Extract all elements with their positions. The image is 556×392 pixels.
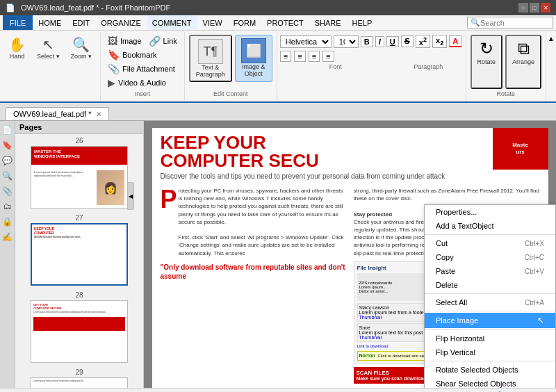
menu-share[interactable]: SHARE bbox=[309, 15, 347, 30]
size-select[interactable]: 10 bbox=[334, 35, 359, 48]
menu-help[interactable]: HELP bbox=[347, 15, 378, 30]
image-object-button[interactable]: ⬜ Image &Object bbox=[235, 35, 272, 82]
bold-button[interactable]: B bbox=[361, 36, 373, 47]
close-button[interactable]: ✕ bbox=[541, 3, 550, 13]
ctx-select-all-shortcut: Ctrl+A bbox=[525, 299, 544, 307]
ribbon-group-label-rotate: Rotate bbox=[471, 89, 542, 97]
title-bar-controls[interactable]: ─ □ ✕ bbox=[518, 3, 550, 13]
page-thumb-28[interactable]: 28 GET YOURCOMPUTER SECURE Lorem ipsum d… bbox=[18, 291, 140, 363]
link-label: Link bbox=[163, 37, 177, 45]
page-thumb-27[interactable]: 27 KEEP YOURCOMPUTER SECURE Discover the… bbox=[18, 214, 140, 286]
tab-close-button[interactable]: ✕ bbox=[96, 111, 101, 118]
ctx-delete[interactable]: Delete bbox=[425, 278, 555, 292]
select-tool-button[interactable]: ↖ Select ▾ bbox=[33, 35, 64, 63]
file-attachment-button[interactable]: 📎 File Attachment bbox=[105, 63, 178, 75]
ribbon-group-label-edit: Edit Content bbox=[213, 89, 248, 97]
menu-form[interactable]: FORM bbox=[228, 15, 261, 30]
search-panel-icon[interactable]: 🔍 bbox=[1, 170, 14, 182]
subtitle-text: Discover the tools and tips you need to … bbox=[161, 172, 484, 180]
ctx-select-all[interactable]: Select All Ctrl+A bbox=[425, 295, 555, 309]
ctx-add-textobject[interactable]: Add a TextObject bbox=[425, 219, 555, 233]
link-label1[interactable]: Link to download bbox=[357, 344, 389, 348]
page-preview-27[interactable]: KEEP YOURCOMPUTER SECURE Discover the to… bbox=[31, 223, 128, 286]
pullquote: "Only download software from reputable s… bbox=[161, 263, 347, 281]
rotate-arrange-tools: ↻ Rotate ⧉ Arrange bbox=[471, 35, 542, 89]
page-num-26: 26 bbox=[75, 137, 83, 145]
rotate-button[interactable]: ↻ Rotate bbox=[471, 35, 503, 89]
sidebar-collapse-button[interactable]: ◀ bbox=[127, 182, 134, 210]
align-left-button[interactable]: ≡ bbox=[280, 51, 291, 62]
page-thumb-26[interactable]: 26 MASTER THEWINDOWS INTERFACE 👩 Lorem i… bbox=[18, 137, 140, 209]
text-paragraph-button[interactable]: T¶ Text &Paragraph bbox=[189, 35, 232, 82]
menu-bar: FILE HOME EDIT ORGANIZE COMMENT VIEW FOR… bbox=[0, 15, 556, 31]
menu-edit[interactable]: EDIT bbox=[67, 15, 95, 30]
page-thumb-29[interactable]: 29 Lorem ipsum dolor sit amet consectetu… bbox=[18, 368, 140, 388]
arrange-label: Arrange bbox=[512, 58, 534, 65]
menu-organize[interactable]: ORGANIZE bbox=[95, 15, 146, 30]
align-justify-button[interactable]: ≡ bbox=[322, 51, 334, 62]
sidebar-collapse-icon: ◀ bbox=[129, 193, 133, 199]
link-icon: 🔗 bbox=[149, 35, 161, 47]
zoom-label: Zoom ▾ bbox=[71, 53, 92, 60]
ctx-copy[interactable]: Copy Ctrl+C bbox=[425, 250, 555, 264]
lock-icon: 🔒 bbox=[1, 215, 14, 228]
font-select[interactable]: Helvetica bbox=[280, 35, 332, 48]
ctx-place-image[interactable]: Place Image ↖ bbox=[425, 313, 555, 328]
zoom-tool-button[interactable]: 🔍 Zoom ▾ bbox=[67, 35, 97, 63]
restore-button[interactable]: □ bbox=[530, 3, 539, 13]
subscript-button[interactable]: x2 bbox=[432, 35, 447, 48]
align-center-button[interactable]: ≡ bbox=[294, 51, 305, 62]
underline-button[interactable]: U bbox=[386, 36, 399, 47]
search-input[interactable] bbox=[480, 19, 550, 27]
ctx-shear-selected-label: Shear Selected Objects bbox=[436, 379, 516, 388]
ctx-flip-horizontal[interactable]: Flip Horizontal bbox=[425, 332, 555, 345]
arrange-button[interactable]: ⧉ Arrange bbox=[505, 35, 541, 89]
menu-file[interactable]: FILE bbox=[3, 15, 33, 30]
ctx-paste-label: Paste bbox=[436, 267, 455, 275]
comment-panel-icon[interactable]: 💬 bbox=[1, 154, 14, 167]
ctx-paste[interactable]: Paste Ctrl+V bbox=[425, 264, 555, 278]
layer-panel-icon[interactable]: 🗂 bbox=[2, 200, 13, 213]
strikethrough-button[interactable]: S̶ bbox=[401, 35, 414, 47]
ctx-sep4 bbox=[425, 329, 555, 330]
menu-view[interactable]: VIEW bbox=[197, 15, 228, 30]
page-preview-29[interactable]: Lorem ipsum dolor sit amet consectetur a… bbox=[31, 377, 128, 388]
ctx-properties[interactable]: Properties... bbox=[425, 205, 555, 219]
image-button[interactable]: 🖼 Image bbox=[105, 35, 145, 47]
page-nav-icon[interactable]: 📄 bbox=[1, 124, 14, 136]
menu-protect[interactable]: PROTECT bbox=[261, 15, 309, 30]
hand-tool-button[interactable]: ✋ Hand bbox=[4, 35, 30, 63]
page-preview-26[interactable]: MASTER THEWINDOWS INTERFACE 👩 Lorem ipsu… bbox=[31, 146, 128, 209]
ctx-cut-label: Cut bbox=[436, 239, 448, 247]
italic-button[interactable]: I bbox=[375, 36, 384, 47]
minimize-button[interactable]: ─ bbox=[518, 3, 528, 13]
font-color-button[interactable]: A bbox=[449, 35, 461, 47]
link-button[interactable]: 🔗 Link bbox=[146, 35, 180, 47]
content-area: Masteurs KEEP YOUR COMPUTER SECU Discove… bbox=[144, 121, 556, 388]
page28-heading: GET YOURCOMPUTER SECURE bbox=[33, 303, 125, 310]
attach-panel-icon[interactable]: 📎 bbox=[1, 185, 14, 197]
ribbon-group-font: Helvetica 10 B I U S̶ x2 x2 A ≡ ≡ ≡ ≡ Fo… bbox=[277, 32, 466, 100]
window-title: OWV69.lead_feat.pdf * - Foxit PhantomPDF bbox=[21, 3, 170, 12]
align-right-button[interactable]: ≡ bbox=[309, 51, 320, 62]
sign-icon[interactable]: ✍ bbox=[1, 231, 14, 243]
ctx-flip-vertical[interactable]: Flip Vertical bbox=[425, 345, 555, 359]
superscript-button[interactable]: x2 bbox=[416, 35, 430, 48]
search-box[interactable]: 🔍 bbox=[467, 17, 553, 28]
menu-home[interactable]: HOME bbox=[33, 15, 67, 30]
font-toolbar: Helvetica 10 B I U S̶ x2 x2 A bbox=[280, 35, 463, 48]
ctx-shear-selected[interactable]: Shear Selected Objects bbox=[425, 377, 555, 388]
page-preview-28[interactable]: GET YOURCOMPUTER SECURE Lorem ipsum dolo… bbox=[31, 300, 128, 363]
video-audio-button[interactable]: ▶ Video & Audio bbox=[105, 76, 169, 89]
tab-main[interactable]: OWV69.lead_feat.pdf * ✕ bbox=[6, 107, 109, 120]
ctx-rotate-selected[interactable]: Rotate Selected Objects bbox=[425, 363, 555, 377]
body-text-1: rotecting your PC from viruses, spyware,… bbox=[179, 187, 347, 257]
tab-bar: OWV69.lead_feat.pdf * ✕ bbox=[0, 103, 556, 121]
ribbon-group-label-insert: Insert bbox=[135, 89, 151, 97]
menu-comment[interactable]: COMMENT bbox=[147, 15, 197, 30]
ctx-sep5 bbox=[425, 361, 555, 361]
bookmark-panel-icon[interactable]: 🔖 bbox=[1, 139, 14, 152]
ctx-cut[interactable]: Cut Ctrl+X bbox=[425, 236, 555, 250]
bookmark-button[interactable]: 🔖 Bookmark bbox=[105, 49, 160, 61]
ribbon-collapse-button[interactable]: ▲ bbox=[548, 35, 555, 42]
